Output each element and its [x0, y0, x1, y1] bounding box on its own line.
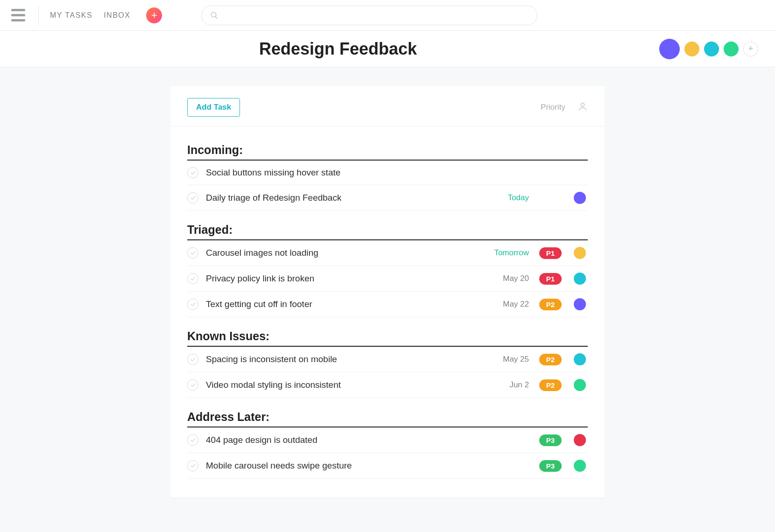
priority-slot: P2: [536, 354, 564, 365]
task-date: Tomorrow: [478, 248, 529, 258]
priority-badge[interactable]: P3: [539, 460, 562, 472]
task-title[interactable]: Social buttons missing hover state: [206, 168, 470, 178]
svg-point-2: [581, 103, 584, 106]
priority-badge[interactable]: P2: [539, 379, 562, 391]
complete-checkbox[interactable]: [187, 273, 198, 284]
plus-icon: +: [151, 9, 157, 21]
priority-badge[interactable]: P2: [539, 354, 562, 365]
assignee-slot: [572, 298, 588, 310]
task-list-card: Add Task Priority Incoming:Social button…: [170, 86, 605, 497]
avatar[interactable]: [684, 42, 699, 56]
search-icon: [210, 11, 218, 20]
assignee-avatar[interactable]: [574, 247, 586, 259]
priority-slot: P1: [536, 247, 564, 259]
svg-line-1: [216, 16, 218, 19]
section-title[interactable]: Address Later:: [187, 410, 588, 427]
search-wrap: [201, 6, 537, 25]
priority-slot: P3: [536, 434, 564, 446]
avatar[interactable]: [724, 42, 739, 56]
assignee-slot: [572, 192, 588, 204]
complete-checkbox[interactable]: [187, 354, 198, 365]
task-row[interactable]: Text getting cut off in footerMay 22P2: [187, 292, 588, 317]
priority-badge[interactable]: P1: [539, 247, 562, 259]
complete-checkbox[interactable]: [187, 247, 198, 259]
assignee-slot: [572, 273, 588, 285]
task-date: Today: [478, 193, 529, 203]
task-title[interactable]: Text getting cut off in footer: [206, 299, 470, 309]
task-title[interactable]: Privacy policy link is broken: [206, 273, 470, 284]
task-date: Jun 2: [478, 380, 529, 390]
priority-column-label: Priority: [541, 103, 565, 112]
add-member-button[interactable]: +: [743, 42, 758, 56]
task-title[interactable]: Daily triage of Redesign Feedback: [206, 193, 470, 203]
task-row[interactable]: Daily triage of Redesign FeedbackToday: [187, 185, 588, 211]
add-task-button[interactable]: Add Task: [187, 98, 240, 117]
assignee-slot: [572, 353, 588, 365]
svg-point-0: [211, 12, 217, 17]
section-title[interactable]: Incoming:: [187, 143, 588, 161]
menu-icon[interactable]: [9, 7, 27, 24]
card-toolbar: Add Task Priority: [170, 86, 605, 126]
toolbar-right: Priority: [541, 101, 588, 113]
page-title: Redesign Feedback: [17, 39, 659, 59]
task-row[interactable]: Carousel images not loadingTomorrowP1: [187, 240, 588, 266]
task-title[interactable]: Video modal styling is inconsistent: [206, 380, 470, 390]
assignee-slot: [572, 379, 588, 391]
task-row[interactable]: Social buttons missing hover state: [187, 161, 588, 185]
task-title[interactable]: Spacing is inconsistent on mobile: [206, 354, 470, 364]
priority-slot: P1: [536, 273, 564, 285]
task-row[interactable]: Spacing is inconsistent on mobileMay 25P…: [187, 347, 588, 372]
assignee-avatar[interactable]: [574, 460, 586, 472]
complete-checkbox[interactable]: [187, 460, 198, 471]
complete-checkbox[interactable]: [187, 379, 198, 391]
task-row[interactable]: Video modal styling is inconsistentJun 2…: [187, 372, 588, 398]
assignee-avatar[interactable]: [574, 353, 586, 365]
task-date: May 25: [478, 355, 529, 364]
create-button[interactable]: +: [146, 7, 162, 23]
task-row[interactable]: Mobile carousel needs swipe gestureP3: [187, 453, 588, 479]
nav-my-tasks[interactable]: MY TASKS: [50, 11, 92, 20]
section-title[interactable]: Triaged:: [187, 223, 588, 240]
nav-inbox[interactable]: INBOX: [104, 11, 130, 20]
priority-slot: P2: [536, 299, 564, 310]
task-title[interactable]: 404 page design is outdated: [206, 435, 470, 445]
priority-badge[interactable]: P1: [539, 273, 562, 285]
priority-slot: P2: [536, 379, 564, 391]
assignee-avatar[interactable]: [574, 298, 586, 310]
avatar[interactable]: [659, 39, 680, 59]
assignee-column-icon: [578, 101, 588, 113]
assignee-slot: [572, 434, 588, 446]
priority-slot: P3: [536, 460, 564, 472]
complete-checkbox[interactable]: [187, 434, 198, 446]
project-header: Redesign Feedback +: [0, 31, 775, 67]
assignee-slot: [572, 460, 588, 472]
section-title[interactable]: Known Issues:: [187, 329, 588, 347]
task-row[interactable]: Privacy policy link is brokenMay 20P1: [187, 266, 588, 292]
divider: [38, 6, 39, 25]
top-nav: MY TASKS INBOX +: [0, 0, 775, 31]
avatar[interactable]: [704, 42, 719, 56]
task-row[interactable]: 404 page design is outdatedP3: [187, 427, 588, 453]
assignee-avatar[interactable]: [574, 434, 586, 446]
complete-checkbox[interactable]: [187, 299, 198, 310]
priority-badge[interactable]: P2: [539, 299, 562, 310]
task-date: May 20: [478, 274, 529, 283]
sections: Incoming:Social buttons missing hover st…: [170, 126, 605, 497]
assignee-avatar[interactable]: [574, 192, 586, 204]
stage: Add Task Priority Incoming:Social button…: [0, 67, 775, 497]
assignee-slot: [572, 247, 588, 259]
search-input[interactable]: [201, 6, 537, 25]
assignee-avatar[interactable]: [574, 379, 586, 391]
assignee-avatar[interactable]: [574, 273, 586, 285]
complete-checkbox[interactable]: [187, 167, 198, 178]
task-title[interactable]: Mobile carousel needs swipe gesture: [206, 461, 470, 471]
task-date: May 22: [478, 300, 529, 309]
task-title[interactable]: Carousel images not loading: [206, 248, 470, 258]
priority-badge[interactable]: P3: [539, 434, 562, 446]
complete-checkbox[interactable]: [187, 192, 198, 203]
project-members: +: [659, 39, 758, 59]
